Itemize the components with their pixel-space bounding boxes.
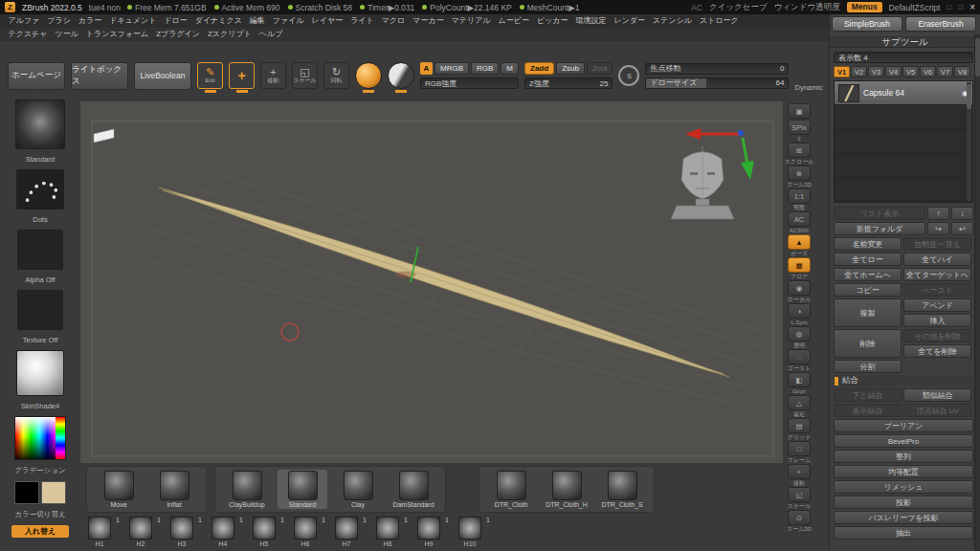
subtool-button[interactable]: 複製 bbox=[834, 298, 902, 327]
color-picker[interactable] bbox=[14, 416, 66, 460]
primary-color-swatch[interactable] bbox=[14, 481, 39, 504]
menu-item[interactable]: レンダー bbox=[611, 14, 649, 28]
a-toggle-button[interactable]: A bbox=[420, 62, 433, 75]
current-material-thumbnail[interactable] bbox=[16, 350, 64, 396]
z-axis-dot-icon[interactable] bbox=[738, 130, 744, 136]
rotate-button[interactable]: ↻ 回転 bbox=[323, 62, 349, 89]
swap-colors-button[interactable]: 入れ替え bbox=[11, 525, 69, 538]
default-zscript-label[interactable]: DefaultZScript bbox=[889, 3, 941, 12]
menu-item[interactable]: 編集 bbox=[246, 14, 268, 28]
subtool-tab-v4[interactable]: V4 bbox=[885, 66, 902, 77]
alpha-item[interactable]: 1H2 bbox=[127, 517, 154, 547]
floor-grid-button[interactable]: ▦フロア bbox=[788, 257, 811, 279]
viewport-canvas[interactable] bbox=[80, 101, 783, 463]
alpha-item[interactable]: 1H7 bbox=[333, 517, 360, 547]
simplebrush-button[interactable]: SimpleBrush bbox=[832, 16, 902, 32]
dynamic-mode-label[interactable]: Dynamic bbox=[794, 83, 822, 92]
subtool-tab-v7[interactable]: V7 bbox=[937, 66, 953, 77]
frame-button[interactable]: □フレーム bbox=[788, 441, 811, 463]
capsule-mesh[interactable] bbox=[159, 187, 729, 377]
draw-button[interactable]: + bbox=[229, 62, 255, 89]
alpha-item[interactable]: 1H9 bbox=[415, 517, 442, 547]
subtool-button[interactable]: コピー bbox=[834, 283, 902, 297]
subtool-button[interactable]: 均等配置 bbox=[834, 465, 973, 478]
brush-item[interactable]: DTR_Cloth_H bbox=[542, 470, 591, 509]
subtool-button[interactable]: 全てを削除 bbox=[903, 344, 971, 358]
gxyz-button[interactable]: ◧Gxyz bbox=[788, 372, 811, 394]
subtool-tab-v2[interactable]: V2 bbox=[851, 66, 867, 77]
head-orientation-gizmo[interactable] bbox=[671, 146, 734, 219]
brush-item[interactable]: ClayBuildup bbox=[222, 470, 272, 509]
brush-item[interactable]: DTR_Cloth bbox=[486, 470, 536, 509]
z-intensity-slider[interactable]: Z強度 25 bbox=[524, 77, 612, 89]
focal-shift-slider[interactable]: 焦点移動 0 bbox=[645, 63, 789, 75]
panel-scrollbar[interactable] bbox=[974, 34, 980, 551]
zoom3d-button[interactable]: ⊙ズーム3D bbox=[787, 510, 812, 532]
local-symmetry-button[interactable]: ◑L.Sym bbox=[788, 303, 811, 325]
y-axis-arrow-icon[interactable] bbox=[741, 161, 754, 180]
subtool-button[interactable]: 類似結合 bbox=[903, 388, 971, 402]
eraserbrush-button[interactable]: EraserBrush bbox=[905, 16, 976, 32]
spix-slider[interactable]: SPix3 bbox=[788, 120, 811, 142]
scale-button[interactable]: ◱ スケール bbox=[292, 62, 318, 89]
menu-item[interactable]: ピッカー bbox=[533, 14, 571, 28]
secondary-color-swatch[interactable] bbox=[41, 481, 66, 504]
alpha-item[interactable]: 1H1 bbox=[86, 517, 113, 547]
current-brush-thumbnail[interactable] bbox=[15, 99, 65, 149]
subtool-button[interactable]: ↪ bbox=[927, 222, 949, 235]
subtool-button[interactable]: バスレリーフを投影 bbox=[834, 511, 973, 524]
subtool-button[interactable]: 名前変更 bbox=[834, 237, 902, 251]
scale-canvas-button[interactable]: ◱スケール bbox=[788, 487, 811, 509]
move-button[interactable]: + 移動 bbox=[260, 62, 286, 89]
subtool-button[interactable]: 全てターゲットへ bbox=[903, 268, 971, 281]
subtool-button[interactable]: 挿入 bbox=[903, 314, 971, 327]
menu-item[interactable]: マテリアル bbox=[448, 14, 494, 28]
stroke-preview[interactable] bbox=[355, 62, 382, 89]
brush-item[interactable]: Inflat bbox=[149, 470, 199, 509]
transparency-button[interactable]: ◍透明 bbox=[788, 326, 811, 348]
zsub-button[interactable]: Zsub bbox=[556, 62, 585, 75]
subtool-button[interactable]: 新規フォルダ bbox=[834, 222, 925, 235]
menu-item[interactable]: ドロー bbox=[161, 14, 190, 28]
menu-item[interactable]: 環境設定 bbox=[572, 14, 610, 28]
alpha-item[interactable]: 1H5 bbox=[251, 517, 278, 547]
subtool-tab-v3[interactable]: V3 bbox=[868, 66, 884, 77]
viewport-3d[interactable] bbox=[80, 101, 783, 463]
m-button[interactable]: M bbox=[501, 62, 519, 75]
subtool-button[interactable]: ↩ bbox=[951, 222, 973, 235]
bpr-render-button[interactable]: ▣ bbox=[788, 103, 811, 119]
saturation-value-area[interactable] bbox=[15, 417, 56, 459]
menu-item[interactable]: ブラシ bbox=[44, 14, 75, 28]
material-preview[interactable] bbox=[388, 62, 414, 89]
alpha-item[interactable]: 1H10 bbox=[457, 517, 483, 547]
zoom-canvas-button[interactable]: ⊕ズーム3D bbox=[787, 165, 812, 187]
menu-item[interactable]: トランスフォーム bbox=[82, 28, 151, 41]
alpha-item[interactable]: 1H8 bbox=[374, 517, 401, 547]
local-transform-button[interactable]: ◉ローカル bbox=[788, 280, 811, 302]
menu-item[interactable]: ファイル bbox=[269, 14, 307, 28]
menu-item[interactable]: ライト bbox=[347, 14, 378, 28]
subtool-tab-v1[interactable]: V1 bbox=[834, 66, 850, 77]
subtool-button[interactable]: アペンド bbox=[903, 298, 971, 312]
menu-item[interactable]: マクロ bbox=[378, 14, 409, 28]
subtool-button[interactable]: ↑ bbox=[927, 207, 949, 220]
subtool-palette-title[interactable]: サブツール bbox=[830, 34, 980, 48]
subtool-button[interactable]: 分割 bbox=[834, 360, 902, 373]
display-count-slider[interactable]: 表示数 4 bbox=[834, 52, 973, 63]
brush-item[interactable]: Move bbox=[94, 470, 144, 509]
menu-item[interactable]: ツール bbox=[52, 28, 81, 41]
brush-item[interactable]: Standard bbox=[278, 470, 327, 509]
subtool-button[interactable]: ブーリアン bbox=[834, 419, 973, 432]
menu-item[interactable]: ステンシル bbox=[650, 14, 696, 28]
actual-size-button[interactable]: 1:1実際 bbox=[788, 188, 811, 210]
focal-shift-dial[interactable]: S bbox=[618, 65, 639, 86]
rgb-intensity-slider[interactable]: RGB強度 bbox=[420, 77, 519, 89]
menu-item[interactable]: アルファ bbox=[5, 14, 43, 28]
zcut-button[interactable]: Zcut bbox=[587, 62, 613, 75]
alpha-item[interactable]: 1H3 bbox=[168, 517, 195, 547]
lightbox-button[interactable]: ライトボックス bbox=[71, 62, 128, 90]
draw-size-slider[interactable]: ドローサイズ 64 bbox=[645, 77, 789, 89]
scroll-canvas-button[interactable]: ⊞スクロール bbox=[785, 143, 814, 165]
menu-item[interactable]: ドキュメント bbox=[106, 14, 160, 28]
subtool-button[interactable]: ↓ bbox=[951, 207, 973, 220]
